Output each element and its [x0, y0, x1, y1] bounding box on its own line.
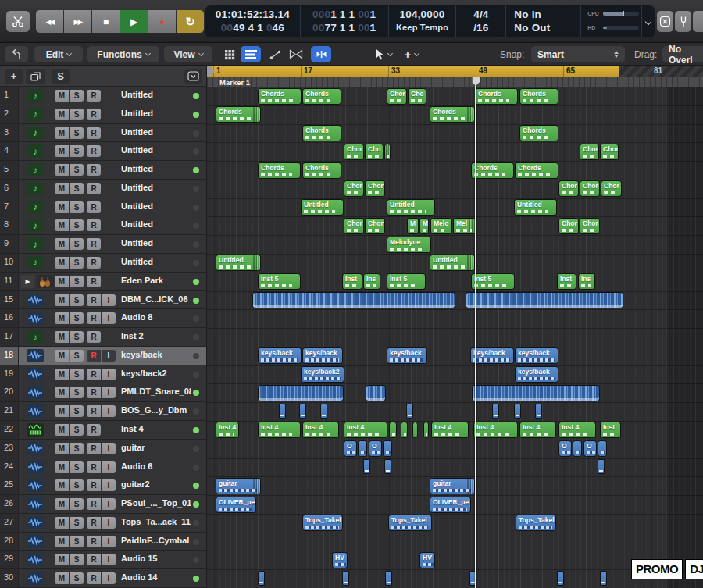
midi-region-chor[interactable]: Chor: [600, 144, 619, 160]
midi-region-inst-4[interactable]: Inst 4: [473, 422, 518, 438]
record-enable-button[interactable]: R: [87, 405, 101, 417]
input-monitor-button[interactable]: I: [102, 517, 116, 529]
audio-clip[interactable]: [342, 571, 349, 586]
grid-view-button[interactable]: [220, 46, 239, 62]
midi-region-inst[interactable]: Inst: [342, 273, 362, 290]
mute-button[interactable]: M: [55, 498, 69, 510]
midi-region-untitled[interactable]: Untitled: [387, 199, 435, 216]
solo-button[interactable]: S: [70, 90, 84, 102]
track-name[interactable]: Untitled: [121, 127, 191, 137]
track-row-21[interactable]: 21MSRIBOS_G...y_Dbm: [0, 402, 207, 421]
input-monitor-button[interactable]: I: [102, 498, 116, 510]
midi-region[interactable]: [384, 144, 391, 160]
track-name[interactable]: Inst 2: [121, 331, 191, 340]
mute-button[interactable]: M: [55, 461, 69, 473]
solo-button[interactable]: S: [70, 127, 84, 139]
audio-clip[interactable]: [557, 571, 564, 586]
mute-button[interactable]: M: [55, 572, 69, 584]
record-enable-button[interactable]: R: [87, 312, 101, 324]
midi-region-untitled[interactable]: Untitled: [216, 255, 261, 271]
mute-button[interactable]: M: [55, 109, 69, 120]
record-enable-button[interactable]: R: [87, 109, 101, 120]
record-enable-button[interactable]: R: [87, 127, 101, 139]
track-name[interactable]: Tops_Ta...ack_110: [121, 517, 191, 526]
input-monitor-button[interactable]: I: [102, 405, 116, 417]
midi-region-chords[interactable]: Chords: [302, 88, 341, 105]
audio-wave-region[interactable]: [258, 385, 344, 401]
track-row-27[interactable]: 27MSRITops_Ta...ack_110: [0, 514, 207, 533]
track-name[interactable]: Inst 4: [121, 424, 191, 433]
track-name[interactable]: Eden Park: [121, 276, 191, 285]
master-mute-button[interactable]: [657, 11, 673, 32]
input-monitor-button[interactable]: I: [102, 554, 116, 565]
track-row-18[interactable]: 18MSRIkeys/back: [0, 347, 207, 365]
midi-region-chords[interactable]: Chords: [471, 162, 514, 179]
track-name[interactable]: Audio 8: [121, 312, 191, 322]
position-display[interactable]: 0001 1 1 0010077 1 1 001: [301, 5, 389, 37]
input-monitor-button[interactable]: I: [102, 443, 116, 454]
solo-button[interactable]: S: [70, 276, 84, 287]
tracks-view-button[interactable]: [241, 46, 261, 62]
time-display[interactable]: 01:01:52:13.140049 4 1 046: [205, 5, 301, 37]
track-row-26[interactable]: 26MSRIPSoul_..._Top_01: [0, 495, 207, 514]
midi-region-chords[interactable]: Chords: [216, 106, 261, 123]
track-name[interactable]: Untitled: [121, 164, 191, 173]
solo-button[interactable]: S: [70, 183, 84, 194]
mute-button[interactable]: M: [55, 517, 69, 529]
midi-region-chor[interactable]: Chor: [365, 180, 385, 197]
solo-button[interactable]: S: [70, 109, 84, 120]
input-monitor-button[interactable]: I: [102, 369, 116, 380]
midi-region-cho[interactable]: Cho: [365, 144, 384, 160]
track-row-2[interactable]: 2♪MSRUntitled: [0, 105, 207, 124]
track-row-9[interactable]: 9♪MSRUntitled: [0, 235, 207, 254]
track-row-6[interactable]: 6♪MSRUntitled: [0, 180, 207, 198]
snap-select[interactable]: Smart: [531, 46, 625, 62]
audio-region-guitar[interactable]: guitar: [216, 478, 261, 494]
tempo-display[interactable]: 104,0000Keep Tempo: [389, 5, 457, 37]
solo-button[interactable]: S: [70, 350, 84, 362]
audio-clip[interactable]: [320, 404, 327, 419]
track-row-3[interactable]: 3♪MSRUntitled: [0, 124, 207, 143]
solo-button[interactable]: S: [70, 331, 84, 343]
io-display[interactable]: No InNo Out: [506, 5, 581, 37]
audio-region-keys-back[interactable]: keys/back: [258, 347, 302, 364]
record-enable-button[interactable]: R: [87, 219, 101, 231]
forward-button[interactable]: ▶▶: [64, 10, 91, 33]
solo-button[interactable]: S: [70, 201, 84, 213]
cycle-button[interactable]: ↻: [177, 10, 204, 33]
mute-button[interactable]: M: [55, 238, 69, 250]
marker-strip[interactable]: Marker 1: [207, 77, 703, 87]
record-enable-button[interactable]: R: [87, 517, 101, 529]
track-row-23[interactable]: 23MSRIguitar: [0, 440, 207, 458]
track-row-7[interactable]: 7♪MSRUntitled: [0, 198, 207, 217]
track-sort-menu-button[interactable]: [184, 69, 202, 84]
solo-button[interactable]: S: [70, 572, 84, 584]
midi-region-chor[interactable]: Chor: [344, 218, 364, 234]
input-monitor-button[interactable]: I: [102, 312, 116, 324]
midi-region[interactable]: [389, 422, 397, 438]
mute-button[interactable]: M: [55, 424, 69, 436]
midi-region-inst-4[interactable]: Inst 4: [519, 422, 556, 438]
audio-clip[interactable]: [535, 404, 542, 419]
track-row-8[interactable]: 8♪MSRUntitled: [0, 216, 207, 235]
track-row-11[interactable]: 11▶MSREden Park: [0, 273, 207, 291]
audio-region-keys-back[interactable]: keys/back: [302, 347, 343, 364]
audio-region-tops-takel[interactable]: Tops_Takel: [388, 515, 432, 531]
track-row-1[interactable]: 1♪MSRUntitled: [0, 87, 207, 105]
automation-button[interactable]: [266, 46, 284, 62]
cycle-range[interactable]: [207, 66, 619, 77]
solo-button[interactable]: S: [70, 443, 84, 454]
track-name[interactable]: guitar: [121, 443, 191, 452]
midi-region-chor[interactable]: Chor: [558, 180, 579, 197]
track-name[interactable]: Untitled: [121, 238, 191, 248]
track-row-29[interactable]: 29MSRIAudio 15: [0, 551, 207, 569]
duplicate-track-button[interactable]: [26, 69, 45, 84]
input-monitor-button[interactable]: I: [102, 536, 116, 547]
midi-region-inst[interactable]: Inst: [600, 422, 621, 438]
audio-region-o[interactable]: O: [558, 440, 572, 457]
audio-region-keys-back[interactable]: keys/back: [515, 366, 558, 383]
track-row-15[interactable]: 15MSRIDBM_C...ICK_06: [0, 291, 207, 310]
input-monitor-button[interactable]: I: [102, 461, 116, 473]
midi-region-inst-4[interactable]: Inst 4: [431, 422, 469, 438]
track-name[interactable]: PaidInF...Cymbal: [121, 536, 191, 545]
